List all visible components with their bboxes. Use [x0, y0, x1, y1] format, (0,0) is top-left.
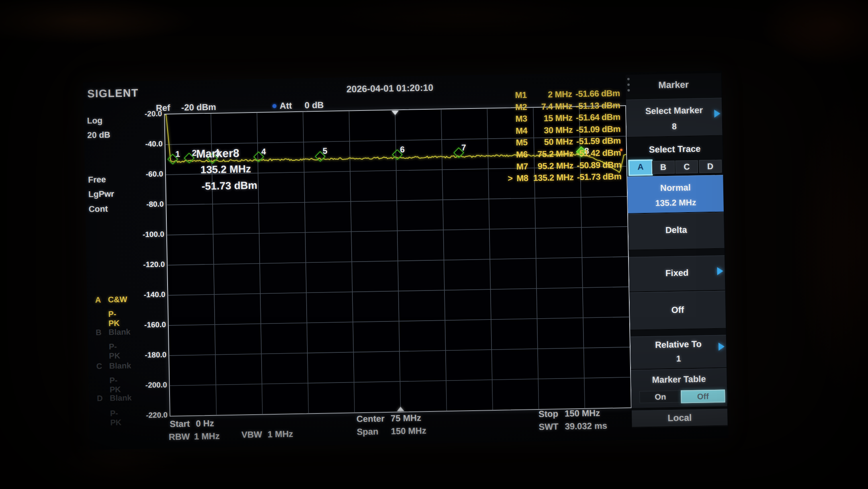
ambient-glow-top-left	[0, 0, 273, 56]
marker-table-freq: 95.2 MHz	[523, 161, 573, 172]
trace-id-label: A	[95, 295, 101, 305]
marker-table-level: -51.59 dBm	[573, 136, 620, 147]
marker-table-freq: 50 MHz	[522, 137, 573, 148]
span-value: 150 MHz	[391, 426, 427, 437]
submenu-arrow-icon	[714, 110, 720, 118]
select-trace-button-b[interactable]: B	[652, 161, 675, 174]
scale-type-label: Log	[87, 116, 102, 126]
active-marker-level: -51.73 dBm	[201, 179, 257, 193]
submenu-arrow-icon	[719, 343, 725, 351]
menu-item-select-marker[interactable]: Select Marker 8	[626, 98, 723, 137]
rbw-value: 1 MHz	[194, 431, 220, 442]
menu-item-fixed[interactable]: Fixed	[629, 255, 725, 292]
marker-table-row: M315 MHz-51.64 dBm	[506, 112, 622, 126]
y-axis-tick-label: -80.0	[127, 200, 164, 209]
att-coupled-dot-icon	[272, 104, 276, 108]
marker-table-row: M27.4 MHz-51.13 dBm	[506, 100, 622, 114]
marker-table-level: -51.42 dBm	[573, 148, 621, 159]
select-trace-label: Select Trace	[627, 143, 723, 155]
marker-table-level: -50.89 dBm	[573, 160, 621, 171]
normal-label: Normal	[628, 182, 723, 194]
marker-number-label: 6	[400, 145, 405, 154]
active-marker-readout: Marker8 135.2 MHz -51.73 dBm	[196, 147, 258, 193]
attenuation-value: 0 dB	[305, 100, 324, 111]
ref-level-value: -20 dBm	[181, 102, 216, 113]
y-axis-tick-label: -180.0	[130, 350, 166, 360]
marker-table-level: -51.64 dBm	[572, 112, 620, 123]
local-label: Local	[632, 411, 727, 424]
trace-mode-label: C&W	[108, 295, 127, 305]
scale-per-div-label: 20 dB	[87, 130, 111, 140]
marker-table-level: -51.73 dBm	[573, 172, 621, 182]
analyzer-screen: SIGLENT 2026-04-01 01:20:10 Ref -20 dBm …	[83, 71, 729, 450]
select-trace-buttons: ABCD	[627, 158, 723, 175]
marker-number-label: 4	[261, 147, 266, 156]
delta-label: Delta	[628, 224, 724, 236]
trace-mode-label: Blank	[108, 327, 131, 337]
marker-table-level: -51.66 dBm	[572, 88, 620, 99]
marker-table-indicator: >	[508, 174, 513, 184]
swt-value: 39.032 ms	[565, 421, 607, 432]
trace-mode-label: Blank	[110, 393, 132, 403]
photo-of-spectrum-analyzer: SIGLENT 2026-04-01 01:20:10 Ref -20 dBm …	[0, 0, 868, 489]
menu-item-marker-table[interactable]: Marker Table On Off	[631, 368, 727, 408]
marker-table-row: M795.2 MHz-50.89 dBm	[507, 160, 623, 174]
y-axis-tick-label: -20.0	[126, 109, 162, 119]
marker-table-freq: 30 MHz	[522, 125, 573, 136]
sweep-mode-label: Cont	[88, 204, 108, 214]
marker-table-label: Marker Table	[631, 373, 727, 385]
relative-to-value: 1	[631, 353, 726, 364]
power-mode-label: LgPwr	[88, 189, 115, 199]
span-label: Span	[357, 426, 379, 437]
marker-table-level: -51.13 dBm	[572, 100, 620, 111]
stop-freq-label: Stop	[538, 409, 558, 419]
menu-item-normal[interactable]: Normal 135.2 MHz	[627, 175, 724, 214]
trace-detector-label: P-PK	[110, 409, 122, 428]
trace-detector-label: P-PK	[109, 376, 121, 395]
vbw-label: VBW	[242, 430, 262, 440]
center-freq-value: 75 MHz	[391, 413, 421, 424]
marker-number-label: 7	[461, 143, 466, 152]
marker-table-on-button[interactable]: On	[639, 391, 682, 403]
marker-table-freq: 75.2 MHz	[522, 149, 573, 160]
menu-title: Marker	[626, 79, 721, 91]
marker-table-row: >M8135.2 MHz-51.73 dBm	[507, 172, 623, 185]
select-trace-button-d[interactable]: D	[699, 160, 722, 173]
trigger-mode-label: Free	[88, 175, 106, 185]
marker-table-level: -51.09 dBm	[573, 124, 620, 135]
attenuation-label: Att	[280, 100, 292, 111]
normal-value: 135.2 MHz	[628, 197, 723, 208]
fixed-label: Fixed	[629, 267, 725, 279]
siglent-logo: SIGLENT	[87, 87, 139, 100]
trace-id-label: D	[97, 394, 103, 403]
marker-number-label: 1	[175, 149, 180, 159]
ambient-glow-top-right	[715, 0, 868, 92]
ambient-glow-top-center	[281, 0, 643, 48]
select-trace-button-c[interactable]: C	[676, 160, 698, 174]
marker-table-freq: 15 MHz	[522, 113, 572, 124]
y-axis-tick-label: -120.0	[129, 260, 165, 270]
marker-table-off-button[interactable]: Off	[681, 390, 725, 403]
relative-to-label: Relative To	[631, 338, 726, 350]
y-axis-tick-label: -220.0	[131, 411, 168, 420]
select-trace-button-a[interactable]: A	[628, 160, 653, 176]
y-axis-tick-labels: -20.0-40.0-60.0-80.0-100.0-120.0-140.0-1…	[126, 114, 168, 416]
marker-table: M12 MHz-51.66 dBmM27.4 MHz-51.13 dBmM315…	[505, 88, 623, 187]
select-marker-value: 8	[626, 121, 722, 132]
center-freq-label: Center	[356, 413, 385, 424]
y-axis-tick-label: -200.0	[131, 381, 167, 390]
y-axis-tick-label: -40.0	[126, 139, 162, 149]
local-button[interactable]: Local	[632, 409, 728, 427]
trace-id-label: B	[96, 328, 102, 337]
marker-table-row: M675.2 MHz-51.42 dBm	[506, 148, 623, 162]
datetime-display: 2026-04-01 01:20:10	[346, 82, 434, 95]
marker-table-freq: 135.2 MHz	[523, 173, 573, 184]
menu-item-off[interactable]: Off	[630, 291, 726, 330]
marker-table-row: M550 MHz-51.59 dBm	[506, 136, 622, 149]
swt-label: SWT	[538, 421, 558, 432]
menu-item-relative-to[interactable]: Relative To 1	[631, 335, 727, 369]
menu-item-delta[interactable]: Delta	[628, 212, 725, 250]
y-axis-tick-label: -140.0	[129, 290, 165, 300]
active-marker-title: Marker8	[196, 147, 257, 161]
ambient-glow-right	[743, 72, 868, 454]
